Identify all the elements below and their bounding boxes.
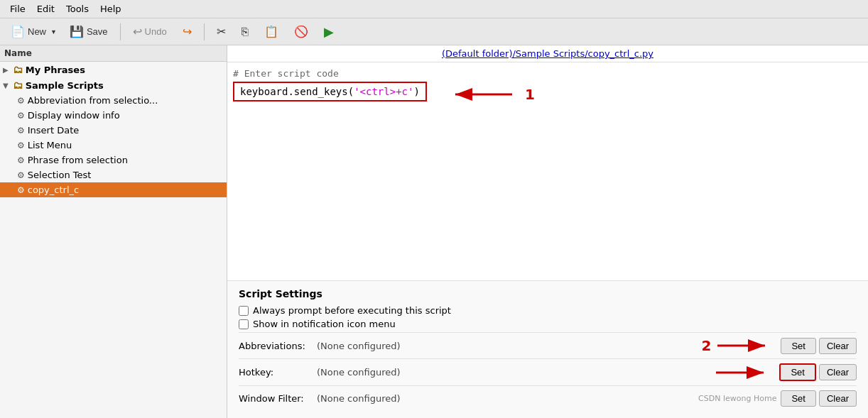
abbreviations-row: Abbreviations: (None configured) 2	[239, 332, 857, 358]
stop-button[interactable]: 🚫	[288, 22, 315, 41]
sidebar-header: Name	[0, 45, 227, 62]
window-filter-set-button[interactable]: Set	[781, 390, 816, 407]
sidebar-item-selection-test[interactable]: ⚙ Selection Test	[0, 167, 227, 182]
new-button[interactable]: 📄 New ▼	[4, 22, 60, 41]
abbreviations-label: Abbreviations:	[239, 341, 317, 351]
save-icon: 💾	[70, 25, 84, 38]
window-filter-clear-button[interactable]: Clear	[819, 390, 857, 407]
new-icon: 📄	[11, 25, 25, 38]
save-label: Save	[87, 26, 108, 37]
sidebar-item-label: copy_ctrl_c	[28, 185, 79, 195]
dropdown-arrow: ▼	[50, 28, 57, 35]
undo-icon: ↩	[133, 25, 142, 38]
sidebar-item-label: Sample Scripts	[26, 80, 104, 91]
annotation-2-area: 2	[701, 337, 771, 354]
settings-title: Script Settings	[239, 288, 857, 299]
script-editor: # Enter script code keyboard.send_keys('…	[227, 62, 868, 280]
checkbox-always-prompt-row: Always prompt before executing this scri…	[239, 305, 857, 316]
folder-icon: 🗂	[13, 79, 23, 91]
window-filter-row: Window Filter: (None configured) CSDN le…	[239, 385, 857, 411]
toolbar-separator-1	[120, 23, 121, 40]
hotkey-value: (None configured)	[317, 367, 712, 378]
sidebar-item-label: Phrase from selection	[28, 155, 128, 165]
sidebar-item-list-menu[interactable]: ⚙ List Menu	[0, 138, 227, 153]
sidebar-item-display-window[interactable]: ⚙ Display window info	[0, 108, 227, 123]
filepath-bar[interactable]: (Default folder)/Sample Scripts/copy_ctr…	[227, 45, 868, 62]
script-icon: ⚙	[17, 96, 25, 106]
menu-edit[interactable]: Edit	[31, 2, 60, 16]
checkbox-always-prompt[interactable]	[239, 306, 249, 316]
checkbox-show-notification[interactable]	[239, 319, 249, 329]
run-button[interactable]: ▶	[318, 21, 340, 43]
undo-button[interactable]: ↩ Undo	[126, 22, 173, 41]
stop-icon: 🚫	[294, 25, 308, 38]
abbreviations-value: (None configured)	[317, 341, 701, 351]
settings-rows-container: Abbreviations: (None configured) 2	[239, 332, 857, 411]
abbreviations-clear-button[interactable]: Clear	[819, 338, 857, 354]
sidebar-item-sample-scripts[interactable]: ▼ 🗂 Sample Scripts	[0, 77, 227, 93]
toolbar: 📄 New ▼ 💾 Save ↩ Undo ↪ ✂ ⎘ 📋 🚫 ▶	[0, 18, 868, 45]
sidebar-item-label: List Menu	[28, 140, 72, 150]
menu-help[interactable]: Help	[94, 2, 127, 16]
redo-icon: ↪	[183, 25, 192, 38]
main-container: Name ▶ 🗂 My Phrases ▼ 🗂 Sample Scripts ⚙…	[0, 45, 868, 418]
script-icon: ⚙	[17, 111, 25, 121]
redo-button[interactable]: ↪	[176, 22, 198, 41]
script-icon: ⚙	[17, 170, 25, 180]
sidebar-item-label: Abbreviation from selectio...	[28, 95, 158, 106]
sidebar-item-insert-date[interactable]: ⚙ Insert Date	[0, 123, 227, 138]
folder-icon: 🗂	[13, 64, 23, 75]
hotkey-clear-button[interactable]: Clear	[819, 364, 857, 380]
sidebar-item-label: Insert Date	[28, 125, 80, 136]
sidebar-item-copy-ctrl-c[interactable]: ⚙ copy_ctrl_c	[0, 182, 227, 197]
arrow-2-svg	[714, 337, 771, 354]
sidebar-item-phrase-from-selection[interactable]: ⚙ Phrase from selection	[0, 153, 227, 167]
annotation-1-area: 1	[448, 84, 535, 105]
annotation-2b-area	[712, 364, 769, 381]
checkbox-show-notification-row: Show in notification icon menu	[239, 319, 857, 329]
checkbox-always-prompt-label: Always prompt before executing this scri…	[253, 305, 451, 316]
toolbar-separator-2	[204, 23, 205, 40]
menubar: File Edit Tools Help	[0, 0, 868, 18]
paste-button[interactable]: 📋	[258, 22, 285, 41]
hotkey-row: Hotkey: (None configured)	[239, 358, 857, 385]
code-string: '<ctrl>+c'	[354, 86, 413, 97]
code-suffix: )	[413, 86, 419, 97]
run-icon: ▶	[324, 24, 334, 40]
sidebar-item-label: My Phrases	[26, 65, 85, 75]
copy-button[interactable]: ⎘	[235, 23, 255, 41]
abbreviations-set-button[interactable]: Set	[781, 338, 816, 354]
cut-icon: ✂	[217, 25, 226, 38]
save-button[interactable]: 💾 Save	[63, 22, 114, 41]
script-icon: ⚙	[17, 126, 25, 136]
sidebar-item-abbreviation[interactable]: ⚙ Abbreviation from selectio...	[0, 93, 227, 108]
window-filter-label: Window Filter:	[239, 393, 317, 404]
annotation-2-number: 2	[701, 337, 711, 354]
sidebar-item-label: Display window info	[28, 110, 120, 121]
menu-file[interactable]: File	[4, 2, 31, 16]
annotation-1-number: 1	[525, 86, 535, 103]
content-area: (Default folder)/Sample Scripts/copy_ctr…	[227, 45, 868, 418]
copy-icon: ⎘	[242, 26, 249, 38]
code-prefix: keyboard.send_keys(	[240, 86, 354, 97]
watermark: CSDN lewong Home	[698, 394, 776, 403]
sidebar-item-my-phrases[interactable]: ▶ 🗂 My Phrases	[0, 62, 227, 77]
new-label: New	[28, 26, 46, 37]
arrow-2b-svg	[712, 364, 769, 381]
sidebar-item-label: Selection Test	[28, 170, 92, 180]
script-icon: ⚙	[17, 141, 25, 150]
window-filter-value: (None configured)	[317, 393, 698, 404]
paste-icon: 📋	[264, 25, 278, 38]
sidebar: Name ▶ 🗂 My Phrases ▼ 🗂 Sample Scripts ⚙…	[0, 45, 227, 418]
cut-button[interactable]: ✂	[210, 22, 232, 41]
menu-tools[interactable]: Tools	[60, 2, 94, 16]
checkbox-show-notification-label: Show in notification icon menu	[253, 319, 396, 329]
arrow-1-svg	[448, 84, 519, 105]
script-comment: # Enter script code	[233, 68, 862, 79]
hotkey-set-button[interactable]: Set	[779, 363, 816, 381]
collapse-icon: ▶	[3, 66, 9, 74]
hotkey-label: Hotkey:	[239, 367, 317, 378]
script-settings: Script Settings Always prompt before exe…	[227, 280, 868, 418]
script-icon-active: ⚙	[17, 185, 25, 195]
expand-icon: ▼	[3, 82, 9, 89]
